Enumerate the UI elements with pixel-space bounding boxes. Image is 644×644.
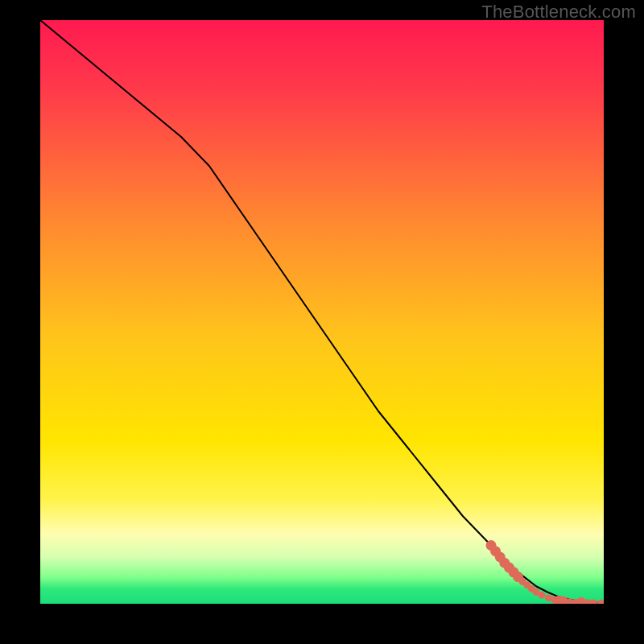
gradient-background: [40, 20, 604, 604]
plot-area: [40, 20, 604, 604]
data-point: [539, 592, 546, 599]
chart-frame: TheBottleneck.com: [0, 0, 644, 644]
attribution-label: TheBottleneck.com: [481, 2, 636, 23]
bottleneck-chart: [40, 20, 604, 604]
